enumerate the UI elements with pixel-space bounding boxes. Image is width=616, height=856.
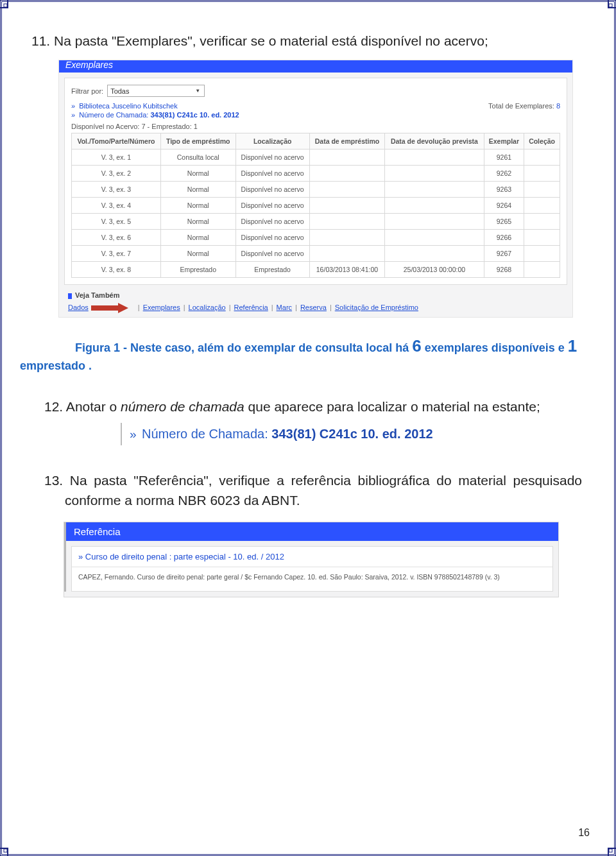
- table-cell: [524, 262, 560, 278]
- table-header-cell: Data de devolução prevista: [385, 133, 484, 150]
- table-cell: [309, 150, 385, 166]
- tab-dados[interactable]: Dados: [68, 304, 89, 311]
- svg-marker-5: [118, 303, 128, 313]
- svg-rect-2: [4, 849, 7, 852]
- see-also-label: Veja Também: [68, 291, 572, 299]
- reference-text: CAPEZ, Fernando. Curso de direito penal:…: [72, 567, 552, 591]
- corner-ornament-icon: [602, 0, 616, 14]
- table-header-row: Vol./Tomo/Parte/NúmeroTipo de empréstimo…: [72, 133, 560, 150]
- table-cell: [524, 246, 560, 262]
- table-cell: Normal: [160, 166, 235, 182]
- table-cell: [524, 182, 560, 198]
- call-number-value: 343(81) C241c 10. ed. 2012: [271, 427, 432, 441]
- filter-select[interactable]: Todas ▼: [107, 85, 205, 97]
- total-exemplares: Total de Exemplares: 8: [488, 102, 560, 110]
- table-cell: 9262: [484, 166, 524, 182]
- table-cell: [385, 214, 484, 230]
- table-cell: [524, 230, 560, 246]
- library-line: » Biblioteca Juscelino Kubitschek: [71, 102, 178, 110]
- document-page: 11. Na pasta "Exemplares", verificar se …: [0, 0, 616, 856]
- table-row: V. 3, ex. 8EmprestadoEmprestado16/03/201…: [72, 262, 560, 278]
- table-row: V. 3, ex. 2NormalDisponível no acervo926…: [72, 166, 560, 182]
- table-cell: [385, 198, 484, 214]
- table-cell: V. 3, ex. 8: [72, 262, 161, 278]
- separator: |: [295, 304, 297, 311]
- chevron-right-icon: »: [130, 427, 137, 441]
- table-cell: [385, 246, 484, 262]
- table-cell: Consulta local: [160, 150, 235, 166]
- separator: |: [229, 304, 231, 311]
- table-cell: [524, 150, 560, 166]
- tab-refer-ncia[interactable]: Referência: [234, 304, 268, 311]
- panel-body: Filtrar por: Todas ▼ » Biblioteca Juscel…: [64, 78, 567, 285]
- corner-ornament-icon: [0, 0, 14, 14]
- table-cell: [309, 246, 385, 262]
- page-number: 16: [578, 827, 590, 839]
- table-row: V. 3, ex. 1Consulta localDisponível no a…: [72, 150, 560, 166]
- chevron-right-icon: »: [71, 111, 75, 119]
- table-cell: [309, 198, 385, 214]
- table-cell: Normal: [160, 214, 235, 230]
- table-cell: 9265: [484, 214, 524, 230]
- table-cell: [385, 230, 484, 246]
- svg-rect-4: [91, 305, 118, 311]
- table-cell: Disponível no acervo: [235, 150, 309, 166]
- tab-reserva[interactable]: Reserva: [300, 304, 327, 311]
- table-cell: 9261: [484, 150, 524, 166]
- screenshot-exemplares: Exemplares Filtrar por: Todas ▼ » Biblio…: [58, 60, 573, 318]
- tab-exemplares[interactable]: Exemplares: [143, 304, 180, 311]
- table-cell: [524, 214, 560, 230]
- table-cell: V. 3, ex. 4: [72, 198, 161, 214]
- tab-solicita-o-de-empr-stimo[interactable]: Solicitação de Empréstimo: [335, 304, 418, 311]
- table-cell: Disponível no acervo: [235, 166, 309, 182]
- table-row: V. 3, ex. 3NormalDisponível no acervo926…: [72, 182, 560, 198]
- table-cell: Normal: [160, 182, 235, 198]
- table-cell: 9264: [484, 198, 524, 214]
- table-cell: [309, 166, 385, 182]
- separator: |: [138, 304, 140, 311]
- step-12-text: 12. Anotar o número de chamada que apare…: [65, 397, 582, 416]
- table-cell: V. 3, ex. 7: [72, 246, 161, 262]
- table-row: V. 3, ex. 5NormalDisponível no acervo926…: [72, 214, 560, 230]
- table-header-cell: Exemplar: [484, 133, 524, 150]
- panel-title-bar: Exemplares: [59, 60, 572, 73]
- table-cell: 9267: [484, 246, 524, 262]
- table-cell: V. 3, ex. 1: [72, 150, 161, 166]
- screenshot-referencia: Referência » Curso de direito penal : pa…: [64, 522, 559, 597]
- table-cell: [385, 150, 484, 166]
- tab-marc[interactable]: Marc: [277, 304, 292, 311]
- table-cell: Disponível no acervo: [235, 230, 309, 246]
- call-number-snippet: » Número de Chamada: 343(81) C241c 10. e…: [121, 423, 495, 445]
- table-cell: Emprestado: [235, 262, 309, 278]
- panel-title-bar: Referência: [66, 522, 558, 541]
- table-cell: V. 3, ex. 2: [72, 166, 161, 182]
- table-header-cell: Tipo de empréstimo: [160, 133, 235, 150]
- table-cell: Disponível no acervo: [235, 214, 309, 230]
- tab-localiza-o[interactable]: Localização: [189, 304, 226, 311]
- call-number-line: » Número de Chamada: 343(81) C241c 10. e…: [71, 111, 560, 119]
- step-11-text: 11. Na pasta "Exemplares", verificar se …: [51, 31, 583, 51]
- table-cell: Normal: [160, 230, 235, 246]
- svg-rect-0: [4, 4, 7, 7]
- table-cell: Disponível no acervo: [235, 246, 309, 262]
- arrow-right-icon: [91, 303, 128, 313]
- table-cell: V. 3, ex. 5: [72, 214, 161, 230]
- table-cell: 9263: [484, 182, 524, 198]
- call-number-label: Número de Chamada:: [142, 427, 271, 441]
- table-header-cell: Coleção: [524, 133, 560, 150]
- table-header-cell: Vol./Tomo/Parte/Número: [72, 133, 161, 150]
- figure-caption: Figura 1 - Neste caso, além do exemplar …: [20, 334, 583, 374]
- table-cell: Disponível no acervo: [235, 182, 309, 198]
- corner-ornament-icon: [602, 842, 616, 856]
- table-cell: Emprestado: [160, 262, 235, 278]
- exemplares-table: Vol./Tomo/Parte/NúmeroTipo de empréstimo…: [71, 133, 560, 278]
- table-cell: [524, 166, 560, 182]
- table-row: V. 3, ex. 7NormalDisponível no acervo926…: [72, 246, 560, 262]
- table-header-cell: Data de empréstimo: [309, 133, 385, 150]
- table-cell: 25/03/2013 00:00:00: [385, 262, 484, 278]
- corner-ornament-icon: [0, 842, 14, 856]
- table-cell: [309, 182, 385, 198]
- square-bullet-icon: [68, 293, 72, 299]
- separator: |: [271, 304, 273, 311]
- table-cell: 9268: [484, 262, 524, 278]
